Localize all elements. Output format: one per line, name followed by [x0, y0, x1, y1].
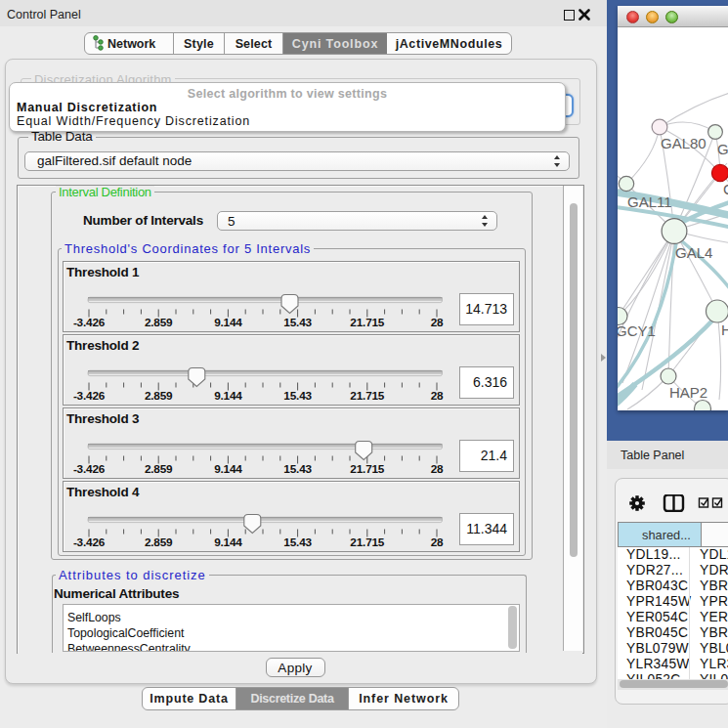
svg-text:GAL80: GAL80 [661, 135, 707, 151]
svg-text:21.715: 21.715 [350, 316, 385, 329]
svg-text:15.43: 15.43 [283, 462, 312, 476]
svg-text:GAL11: GAL11 [627, 193, 672, 210]
svg-text:HAP2: HAP2 [669, 384, 707, 401]
svg-text:28: 28 [431, 462, 444, 476]
svg-text:15.43: 15.43 [283, 535, 312, 549]
svg-text:21.715: 21.715 [350, 535, 385, 549]
svg-text:9.144: 9.144 [214, 535, 242, 549]
svg-text:GCY1: GCY1 [618, 322, 656, 339]
svg-text:GA: GA [717, 141, 728, 157]
svg-text:H: H [721, 321, 728, 338]
svg-text:15.43: 15.43 [283, 316, 312, 329]
svg-text:-3.426: -3.426 [73, 316, 106, 329]
svg-text:2.859: 2.859 [145, 535, 173, 549]
svg-text:21.715: 21.715 [350, 389, 385, 403]
svg-text:28: 28 [431, 535, 444, 549]
svg-text:9.144: 9.144 [214, 316, 242, 329]
svg-text:21.715: 21.715 [350, 462, 385, 476]
svg-text:C: C [723, 181, 728, 197]
svg-text:9.144: 9.144 [214, 389, 242, 403]
svg-text:2.859: 2.859 [145, 389, 173, 403]
svg-text:28: 28 [431, 389, 444, 403]
svg-text:-3.426: -3.426 [73, 389, 106, 403]
svg-text:-3.426: -3.426 [73, 535, 106, 549]
svg-text:GAL4: GAL4 [675, 244, 712, 261]
svg-text:15.43: 15.43 [283, 389, 312, 403]
svg-text:28: 28 [431, 316, 444, 329]
svg-text:-3.426: -3.426 [73, 462, 106, 476]
svg-text:2.859: 2.859 [145, 462, 173, 476]
svg-text:9.144: 9.144 [214, 462, 242, 476]
svg-text:2.859: 2.859 [145, 316, 173, 329]
